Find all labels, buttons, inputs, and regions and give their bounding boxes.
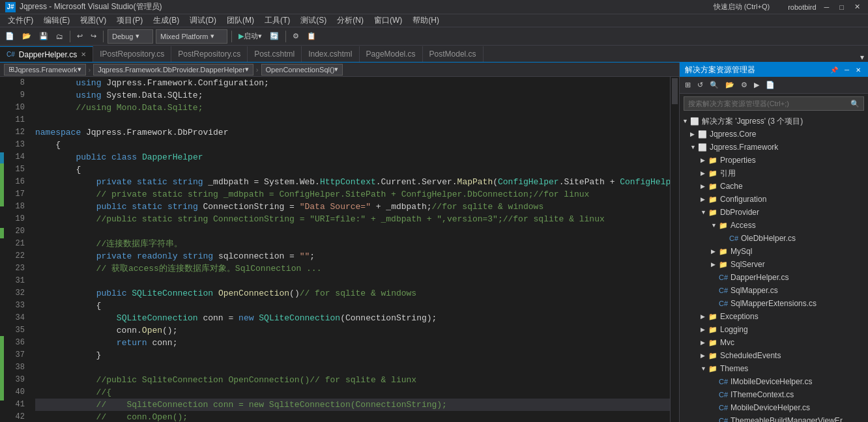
- tab-post-cshtml[interactable]: Post.cshtml: [248, 46, 302, 62]
- menu-analyze[interactable]: 分析(N): [332, 14, 369, 27]
- se-jqpress-core-item[interactable]: ▶ ⬜ Jqpress.Core: [680, 128, 868, 141]
- start-button[interactable]: ▶ 启动 ▾: [236, 29, 265, 44]
- se-mobiledevicehelper-item[interactable]: ▶ C# MobileDeviceHelper.cs: [680, 401, 868, 414]
- se-properties-item[interactable]: ▶ 📁 Properties: [680, 154, 868, 167]
- se-logging-item[interactable]: ▶ 📁 Logging: [680, 323, 868, 336]
- method-dropdown[interactable]: OpenConnectionSql() ▾: [261, 64, 343, 76]
- tab-index-cshtml[interactable]: Index.cshtml: [302, 46, 359, 62]
- se-mvc-item[interactable]: ▶ 📁 Mvc: [680, 336, 868, 349]
- toolbar-separator-4: [285, 31, 286, 42]
- editor-scrollbar[interactable]: [670, 77, 679, 422]
- code-line-32: public SQLiteConnection OpenConnection()…: [35, 287, 670, 300]
- refresh-button[interactable]: 🔄: [267, 29, 282, 44]
- code-line-33: {: [35, 300, 670, 312]
- se-jqpress-core-label: Jqpress.Core: [710, 130, 756, 139]
- configuration-folder-icon: 📁: [708, 195, 717, 204]
- se-toolbar-btn-3[interactable]: 🔍: [707, 78, 721, 92]
- maximize-button[interactable]: □: [837, 3, 846, 11]
- menu-project[interactable]: 项目(P): [111, 14, 148, 27]
- menu-test[interactable]: 测试(S): [295, 14, 332, 27]
- solution-explorer-search[interactable]: 🔍: [684, 96, 864, 111]
- se-toolbar-btn-5[interactable]: ⚙: [738, 78, 750, 92]
- se-exceptions-label: Exceptions: [720, 312, 759, 321]
- se-toolbar-btn-7[interactable]: 📄: [763, 78, 777, 92]
- tools-button-1[interactable]: ⚙: [290, 29, 302, 44]
- se-dbprovider-item[interactable]: ▼ 📁 DbProvider: [680, 206, 868, 219]
- tab-overflow-button[interactable]: ▾: [856, 53, 868, 62]
- code-line-34: SQLiteConnection conn = new SQLiteConnec…: [35, 312, 670, 324]
- se-logging-label: Logging: [720, 325, 748, 334]
- menu-debug[interactable]: 调试(D): [184, 14, 222, 27]
- menu-tools[interactable]: 工具(T): [259, 14, 295, 27]
- save-all-button[interactable]: 🗂: [53, 29, 66, 44]
- new-project-button[interactable]: 📄: [3, 29, 17, 44]
- se-close-button[interactable]: ✕: [854, 66, 863, 74]
- tab-ipostrepository[interactable]: IPostRepository.cs: [93, 46, 171, 62]
- se-configuration-label: Configuration: [720, 195, 766, 204]
- tools-button-2[interactable]: 📋: [304, 29, 319, 44]
- se-toolbar-btn-6[interactable]: ▶: [751, 78, 762, 92]
- scrollbar-thumb[interactable]: [672, 78, 678, 104]
- tab-postrepository[interactable]: PostRepository.cs: [171, 46, 248, 62]
- project-dropdown[interactable]: ⊞ Jqpress.Framework ▾: [4, 64, 86, 76]
- open-button[interactable]: 📂: [20, 29, 34, 44]
- redo-button[interactable]: ↪: [88, 29, 99, 44]
- menu-build[interactable]: 生成(B): [148, 14, 184, 27]
- vs-icon: J#: [5, 2, 16, 12]
- chevron-right-icon-2: ▶: [701, 157, 707, 163]
- se-access-item[interactable]: ▼ 📁 Access: [680, 219, 868, 232]
- debug-config-dropdown[interactable]: Debug ▾: [108, 29, 153, 44]
- platform-label: Mixed Platform: [160, 33, 208, 40]
- chevron-right-icon-7: ▶: [711, 261, 717, 268]
- se-ithemecontext-item[interactable]: ▶ C# IThemeContext.cs: [680, 388, 868, 401]
- menu-help[interactable]: 帮助(H): [407, 14, 444, 27]
- menu-team[interactable]: 团队(M): [222, 14, 259, 27]
- se-themeablebuildmanager-item[interactable]: ▶ C# ThemeableBuildManagerViewEr...: [680, 414, 868, 422]
- save-button[interactable]: 💾: [36, 29, 51, 44]
- menu-view[interactable]: 视图(V): [75, 14, 111, 27]
- se-search-input[interactable]: [688, 100, 850, 107]
- se-references-item[interactable]: ▶ 📁 引用: [680, 167, 868, 180]
- minimize-button[interactable]: ─: [822, 3, 832, 11]
- se-cache-item[interactable]: ▶ 📁 Cache: [680, 180, 868, 193]
- se-dapperhelper-file-item[interactable]: ▶ C# DapperHelper.cs: [680, 271, 868, 284]
- undo-button[interactable]: ↩: [74, 29, 85, 44]
- se-sqlmapper-item[interactable]: ▶ C# SqlMapper.cs: [680, 284, 868, 297]
- se-themes-item[interactable]: ▼ 📁 Themes: [680, 362, 868, 375]
- chevron-right-icon-6: ▶: [711, 248, 717, 255]
- class-dropdown[interactable]: Jqpress.Framework.DbProvider.DapperHelpe…: [93, 64, 253, 76]
- platform-dropdown[interactable]: Mixed Platform ▾: [156, 29, 227, 44]
- tab-close-dapperhelper[interactable]: ✕: [81, 51, 86, 58]
- se-scheduledevents-item[interactable]: ▶ 📁 ScheduledEvents: [680, 349, 868, 362]
- se-configuration-item[interactable]: ▶ 📁 Configuration: [680, 193, 868, 206]
- menu-edit[interactable]: 编辑(E): [38, 14, 75, 27]
- tab-pagemodel[interactable]: PageModel.cs: [360, 46, 423, 62]
- code-editor[interactable]: 891011 12131415 16171819 20212223 313233…: [0, 77, 679, 422]
- code-line-8: using Jqpress.Framework.Configuration;: [35, 77, 670, 89]
- se-minimize-button[interactable]: ─: [843, 66, 851, 74]
- se-jqpress-framework-item[interactable]: ▼ ⬜ Jqpress.Framework: [680, 141, 868, 154]
- se-exceptions-item[interactable]: ▶ 📁 Exceptions: [680, 310, 868, 323]
- se-imobiledevicehelper-item[interactable]: ▶ C# IMobileDeviceHelper.cs: [680, 375, 868, 388]
- code-content[interactable]: using Jqpress.Framework.Configuration; u…: [30, 77, 670, 422]
- tab-label-postrepository: PostRepository.cs: [178, 49, 240, 59]
- tab-dapperhelper[interactable]: C# DapperHelper.cs ✕: [0, 46, 93, 62]
- se-sqlmapperext-item[interactable]: ▶ C# SqlMapperExtensions.cs: [680, 297, 868, 310]
- se-pin-button[interactable]: 📌: [828, 66, 840, 74]
- se-access-label: Access: [731, 221, 756, 230]
- se-oledbhelper-item[interactable]: ▶ C# OleDbHelper.cs: [680, 232, 868, 245]
- tab-label-ipostrepository: IPostRepository.cs: [100, 49, 164, 59]
- se-toolbar-btn-2[interactable]: ↺: [695, 78, 706, 92]
- se-toolbar-btn-4[interactable]: 📂: [723, 78, 737, 92]
- se-mysql-item[interactable]: ▶ 📁 MySql: [680, 245, 868, 258]
- menu-window[interactable]: 窗口(W): [369, 14, 407, 27]
- search-box[interactable]: 快速启动 (Ctrl+Q): [714, 2, 770, 12]
- tab-postmodel[interactable]: PostModel.cs: [423, 46, 484, 62]
- code-line-17: // private static string _mdbpath = Conf…: [35, 188, 670, 201]
- se-sqlserver-item[interactable]: ▶ 📁 SqlServer: [680, 258, 868, 271]
- se-jqpress-framework-label: Jqpress.Framework: [710, 143, 778, 152]
- se-solution-item[interactable]: ▼ ⬜ 解决方案 'Jqpress' (3 个项目): [680, 115, 868, 128]
- close-button[interactable]: ✕: [852, 3, 863, 11]
- menu-file[interactable]: 文件(F): [3, 14, 38, 27]
- se-toolbar-btn-1[interactable]: ⊞: [682, 78, 693, 92]
